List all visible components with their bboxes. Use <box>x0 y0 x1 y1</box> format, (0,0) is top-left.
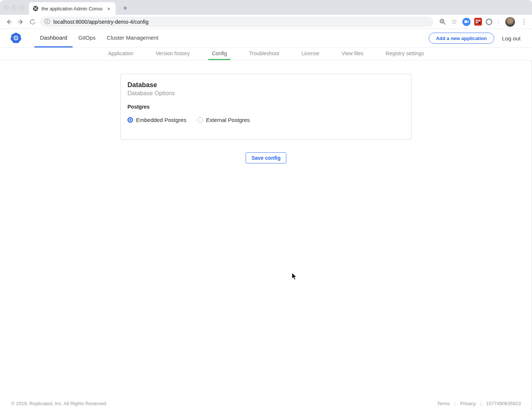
radio-label: Embedded Postgres <box>136 117 186 123</box>
save-bar: Save config <box>0 152 532 163</box>
radio-selected-icon[interactable] <box>127 117 133 123</box>
build-id-text: 1577490635923 <box>486 401 521 406</box>
profile-avatar[interactable] <box>505 17 515 27</box>
radio-unselected-icon[interactable] <box>197 117 203 123</box>
zoom-page-icon[interactable] <box>436 16 448 28</box>
nav-item-dashboard[interactable]: Dashboard <box>34 29 73 47</box>
new-tab-button[interactable]: + <box>120 3 130 13</box>
back-icon[interactable] <box>3 16 15 28</box>
subnav-item-license[interactable]: License <box>298 48 323 60</box>
config-group-database: Database Database Options Postgres Embed… <box>120 74 412 140</box>
radio-label: External Postgres <box>206 117 250 123</box>
close-window-button[interactable] <box>4 5 9 10</box>
zoom-extension-icon[interactable] <box>462 18 471 26</box>
radio-embedded-postgres[interactable]: Embedded Postgres <box>127 117 186 123</box>
page-footer: © 2019, Replicated, Inc. All Rights Rese… <box>11 401 521 406</box>
toolbar-divider <box>498 18 499 26</box>
tab-favicon-globe-icon <box>33 6 39 11</box>
page-info-icon[interactable]: ⓘ <box>44 18 50 25</box>
window-controls <box>4 5 24 10</box>
postgres-radio-group: Embedded Postgres External Postgres <box>127 117 405 123</box>
subnav-item-config[interactable]: Config <box>208 48 230 60</box>
browser-window: the application Admin Console × + ⓘ loca… <box>0 0 532 410</box>
subnav-item-registry-settings[interactable]: Registry settings <box>382 48 428 60</box>
logout-link[interactable]: Log out <box>502 35 521 42</box>
bookmark-star-icon[interactable]: ☆ <box>448 16 460 28</box>
footer-separator: | <box>481 401 482 406</box>
address-bar[interactable]: ⓘ localhost:8000/app/sentry-demo-4/confi… <box>40 17 433 27</box>
red-extension-icon[interactable] <box>474 18 482 26</box>
tab-strip: the application Admin Console × + <box>0 0 532 15</box>
footer-separator: | <box>455 401 456 406</box>
terms-link[interactable]: Terms <box>437 401 450 406</box>
zoom-window-button[interactable] <box>20 5 24 10</box>
save-config-button[interactable]: Save config <box>246 152 287 163</box>
minimize-window-button[interactable] <box>12 5 17 10</box>
forward-icon[interactable] <box>15 16 27 28</box>
nav-item-cluster-management[interactable]: Cluster Management <box>101 29 164 47</box>
extensions-area: ⋮ <box>462 17 529 27</box>
browser-tab[interactable]: the application Admin Console × <box>29 2 116 15</box>
radio-external-postgres[interactable]: External Postgres <box>197 117 250 123</box>
group-title: Database <box>127 81 405 89</box>
config-page: Database Database Options Postgres Embed… <box>0 74 532 410</box>
subnav-item-application[interactable]: Application <box>104 48 137 60</box>
tab-close-icon[interactable]: × <box>106 5 112 12</box>
omnibox-actions: ☆ <box>436 16 460 28</box>
copyright-text: © 2019, Replicated, Inc. All Rights Rese… <box>11 401 107 406</box>
tab-title: the application Admin Console <box>41 6 103 11</box>
subnav-item-troubleshoot[interactable]: Troubleshoot <box>245 48 283 60</box>
reload-icon[interactable] <box>27 16 39 28</box>
kubernetes-logo-icon <box>10 33 21 44</box>
privacy-link[interactable]: Privacy <box>460 401 476 406</box>
app-subnav: Application Version history Config Troub… <box>0 48 532 60</box>
url-text[interactable]: localhost:8000/app/sentry-demo-4/config <box>53 19 149 25</box>
subnav-item-view-files[interactable]: View files <box>338 48 367 60</box>
group-subtitle: Database Options <box>127 90 405 97</box>
header-actions: Add a new application Log out <box>429 29 532 47</box>
footer-links: Terms | Privacy | 1577490635923 <box>437 401 521 406</box>
browser-toolbar: ⓘ localhost:8000/app/sentry-demo-4/confi… <box>0 15 532 29</box>
browser-menu-icon[interactable]: ⋮ <box>519 18 529 26</box>
subnav-item-version-history[interactable]: Version history <box>152 48 193 60</box>
gray-ring-extension-icon[interactable] <box>486 19 492 25</box>
field-label-postgres: Postgres <box>127 104 405 110</box>
add-new-application-button[interactable]: Add a new application <box>429 33 494 44</box>
app-header: Dashboard GitOps Cluster Management Add … <box>0 29 532 48</box>
nav-item-gitops[interactable]: GitOps <box>73 29 101 47</box>
primary-nav: Dashboard GitOps Cluster Management <box>34 29 164 47</box>
